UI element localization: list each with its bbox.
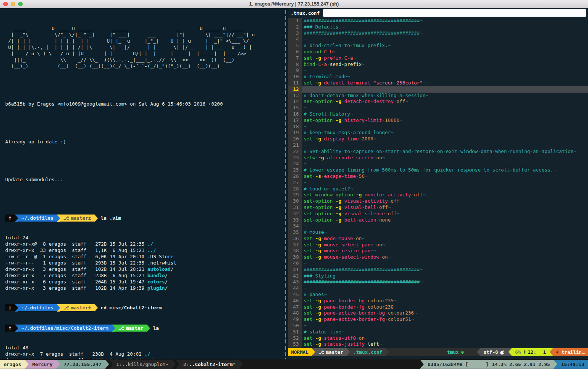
line-number: 25 — [288, 167, 302, 173]
line-number: 15 — [288, 105, 302, 111]
eol-marker: ¬ — [388, 205, 391, 210]
powerline-arrow — [420, 360, 424, 369]
vim-tabline: .tmux.conf — [288, 8, 588, 18]
eol-marker: ¬ — [373, 136, 376, 142]
powerline-arrow — [56, 360, 60, 369]
file-row: drwxr-xr-x 33 eragos staff 1,1K 6 Aug 15… — [5, 247, 284, 253]
syntax-token: history-limit — [344, 117, 382, 123]
vim-line: 53set·-g·status-justify·left¬ — [288, 341, 588, 348]
eol-marker: ¬ — [304, 285, 307, 291]
line-content: set·-g·mouse-resize-pane¬ — [302, 248, 588, 254]
eol-marker: ¬ — [391, 130, 394, 135]
line-number: 44 — [288, 285, 302, 292]
eol-marker: ¬ — [420, 279, 423, 285]
line-content: ¬ — [302, 161, 588, 167]
space-dot: · — [333, 205, 336, 210]
line-number: 40 — [288, 260, 302, 267]
window-title: 1. eragos@Mercury | 77.23.155.247 (sh) — [0, 1, 588, 7]
tmux-window-1[interactable]: 1:..kills/gnuplot- — [113, 360, 172, 369]
space-dot: · — [376, 217, 379, 223]
tmux-window-2[interactable]: 2:..Cobalt2-iterm* — [179, 360, 239, 369]
syntax-token: set-option — [304, 217, 333, 223]
space-dot: · — [336, 130, 338, 135]
syntax-token: set — [304, 136, 312, 142]
vim-line: 13#·don't·detach·tmux·when·killing·a·ses… — [288, 93, 588, 99]
vim-line: 36set·-g·mode-mouse·on¬ — [288, 236, 588, 242]
eol-marker: ¬ — [304, 323, 307, 328]
space-dot: · — [324, 155, 327, 160]
window-colon: : — [186, 362, 189, 367]
syntax-token: -g — [318, 155, 324, 160]
prompt-path-segment: ~/.dotfiles/misc/Cobalt2-iterm — [18, 325, 112, 332]
powerline-arrow — [477, 348, 480, 356]
vim-tab-tmux-conf[interactable]: .tmux.conf — [291, 10, 320, 16]
syntax-token: ######################################## — [304, 279, 420, 285]
tmux-host-segment: Mercury — [29, 360, 56, 369]
file-text: -rw-r--r--@ 1 eragos staff 6,0K 19 Apr 2… — [5, 254, 174, 259]
space-dot: · — [455, 167, 457, 173]
tmux-user-segment: eragos — [0, 360, 25, 369]
tmux-pane-divider[interactable] — [284, 8, 288, 359]
line-content: set·-g·prefix·C-a¬ — [302, 55, 588, 62]
line-number: 9 — [288, 67, 302, 74]
file-text: drwxr-xr-x 33 eragos staff 1,1K 6 Aug 15… — [5, 247, 148, 253]
syntax-token: #·loud·or·quiet? — [304, 186, 350, 192]
vim-line: 47set·-g·pane-border-fg·colour238¬ — [288, 304, 588, 310]
syntax-token: set-option — [304, 117, 333, 123]
space-dot: · — [321, 173, 324, 179]
vim-line: 33set-option·-g·bell-action·none¬ — [288, 217, 588, 223]
position-segment: 6%LN12:1 — [512, 348, 549, 356]
space-dot: · — [321, 248, 324, 253]
space-dot: · — [321, 43, 324, 48]
vim-line: 2###·Defaults.¬ — [288, 24, 588, 30]
line-number: 49 — [288, 316, 302, 323]
line-content: set-option·-g·detach-on-destroy·off¬ — [302, 99, 588, 105]
syntax-token: -g — [336, 211, 341, 216]
vim-line: 5#·bind·ctrl+a·to·tmux·prefix.¬ — [288, 43, 588, 49]
powerline-arrow — [347, 348, 350, 356]
filename-segment: .tmux.conf — [350, 348, 386, 356]
directory-name: plugin — [148, 285, 165, 291]
file-text: drwxr-xr-x 3 eragos staff 102B 14 Apr 19… — [5, 285, 148, 291]
syntax-token: #·Set·ability·to·capture·on·start·and·re… — [304, 149, 574, 154]
file-text: -rw-r--r-- 1 eragos staff 293B 15 Jul 22… — [5, 260, 176, 266]
shell-pane[interactable]: ____ U ___ u _____ _____ _ U _____ u ___… — [0, 8, 284, 359]
space-dot: · — [420, 167, 423, 173]
space-dot: · — [364, 43, 367, 48]
syntax-token: -g — [336, 99, 341, 104]
titlebar: 1. eragos@Mercury | 77.23.155.247 (sh) — [0, 0, 588, 8]
powerline-arrow — [172, 360, 176, 369]
line-number: 52 — [288, 335, 302, 342]
line-number: 19 — [288, 130, 302, 136]
space-dot: · — [307, 111, 310, 117]
eol-marker: ¬ — [304, 67, 307, 73]
eol-marker: ¬ — [420, 267, 423, 272]
syntax-token: 50 — [359, 173, 365, 179]
eol-marker: ¬ — [423, 192, 426, 197]
syntax-token: -g — [315, 316, 321, 322]
space-dot: · — [530, 149, 533, 154]
eol-marker: ¬ — [420, 30, 423, 36]
syntax-token: on — [359, 335, 365, 341]
line-content: ########################################… — [302, 279, 588, 285]
syntax-token: -g — [315, 254, 321, 260]
vim-line: 46set·-g·pane-border-bg·colour235¬ — [288, 298, 588, 304]
eol-marker: ¬ — [304, 105, 307, 110]
file-listing: total 24drwxr-xr-x@ 8 eragos staff 272B … — [5, 235, 284, 291]
space-dot: · — [385, 316, 388, 322]
shell-prompt: †~/.dotfiles⎇master±cd misc/Cobalt2-iter… — [5, 304, 284, 311]
eol-marker: ¬ — [426, 93, 429, 98]
line-number: 1 — [288, 18, 302, 24]
vim-line: 34¬ — [288, 223, 588, 229]
vim-line: 4¬ — [288, 36, 588, 43]
space-dot: · — [318, 149, 321, 154]
space-dot: · — [341, 205, 344, 210]
line-number: 4 — [288, 36, 302, 43]
vim-pane[interactable]: .tmux.conf 1############################… — [288, 8, 588, 359]
space-dot: · — [356, 335, 359, 341]
directory-name: colors — [148, 279, 165, 285]
file-text: / — [171, 266, 174, 272]
space-dot: · — [385, 310, 388, 316]
vim-buffer[interactable]: 1#######################################… — [288, 18, 588, 348]
space-dot: · — [321, 242, 324, 247]
